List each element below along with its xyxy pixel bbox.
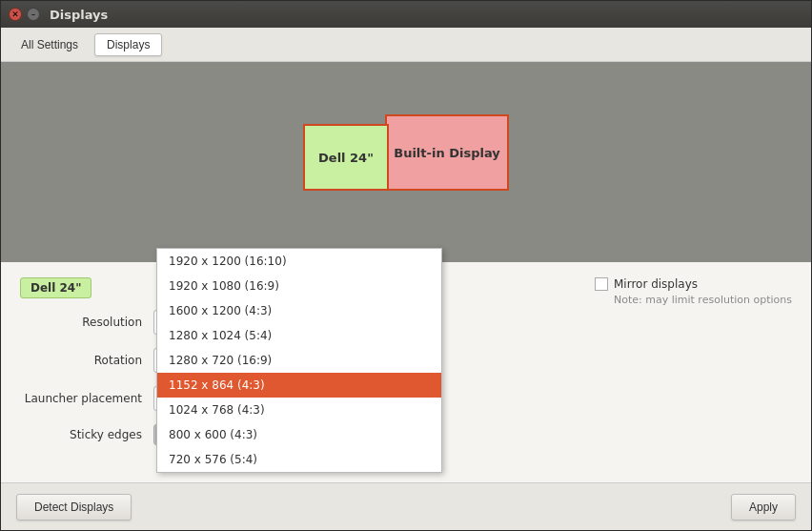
- resolution-option-3[interactable]: 1280 x 1024 (5:4): [157, 323, 441, 348]
- window-title: Displays: [50, 8, 108, 22]
- resolution-option-0[interactable]: 1920 x 1200 (16:10): [157, 249, 441, 274]
- builtin-monitor[interactable]: Built-in Display: [385, 114, 509, 191]
- titlebar: ✕ – Displays: [1, 1, 811, 28]
- main-window: ✕ – Displays All Settings Displays Dell …: [0, 0, 812, 531]
- resolution-option-8[interactable]: 720 x 576 (5:4): [157, 447, 441, 472]
- resolution-option-7[interactable]: 800 x 600 (4:3): [157, 422, 441, 447]
- rotation-label: Rotation: [20, 354, 153, 367]
- builtin-monitor-label: Built-in Display: [394, 146, 500, 160]
- mirror-note: Note: may limit resolution options: [614, 294, 792, 306]
- content-area: Dell 24" Built-in Display 1920 x 1200 (1…: [1, 62, 811, 530]
- titlebar-buttons: ✕ –: [9, 8, 40, 21]
- minimize-button[interactable]: –: [27, 8, 40, 21]
- close-button[interactable]: ✕: [9, 8, 22, 21]
- active-display-label: Dell 24": [20, 277, 91, 298]
- resolution-option-6[interactable]: 1024 x 768 (4:3): [157, 398, 441, 422]
- detect-displays-button[interactable]: Detect Displays: [16, 494, 132, 521]
- resolution-label: Resolution: [20, 316, 153, 329]
- all-settings-button[interactable]: All Settings: [9, 33, 91, 56]
- mirror-checkbox[interactable]: [595, 277, 608, 291]
- resolution-option-4[interactable]: 1280 x 720 (16:9): [157, 348, 441, 373]
- resolution-option-2[interactable]: 1600 x 1200 (4:3): [157, 298, 441, 323]
- mirror-row: Mirror displays: [595, 277, 698, 291]
- resolution-option-5[interactable]: 1152 x 864 (4:3): [157, 373, 441, 398]
- mirror-area: Mirror displays Note: may limit resoluti…: [595, 277, 792, 306]
- dell-monitor[interactable]: Dell 24": [303, 124, 389, 191]
- launcher-label: Launcher placement: [20, 392, 153, 405]
- apply-button[interactable]: Apply: [731, 494, 796, 521]
- mirror-label: Mirror displays: [614, 277, 698, 291]
- monitor-preview-area: Dell 24" Built-in Display: [1, 62, 811, 262]
- resolution-dropdown-menu: 1920 x 1200 (16:10) 1920 x 1080 (16:9) 1…: [156, 248, 442, 473]
- monitor-container: Dell 24" Built-in Display: [303, 114, 509, 191]
- displays-button[interactable]: Displays: [94, 33, 162, 56]
- breadcrumb-bar: All Settings Displays: [1, 28, 811, 62]
- resolution-option-1[interactable]: 1920 x 1080 (16:9): [157, 274, 441, 298]
- dell-monitor-label: Dell 24": [318, 151, 374, 165]
- bottom-bar: Detect Displays Apply: [1, 482, 811, 530]
- sticky-label: Sticky edges: [20, 428, 153, 441]
